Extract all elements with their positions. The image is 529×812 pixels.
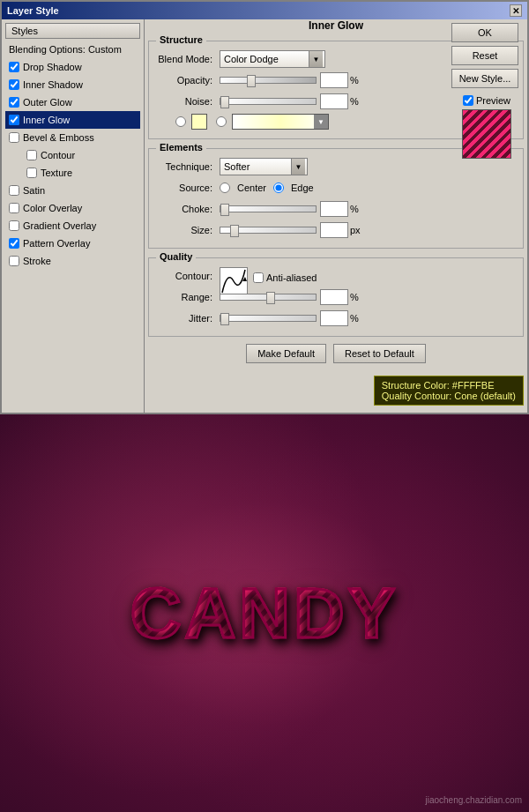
dialog-title: Layer Style xyxy=(7,5,59,16)
bevel-emboss-checkbox[interactable] xyxy=(9,132,19,143)
canvas-area: CANDY jiaocheng.chazidian.com xyxy=(0,414,529,812)
size-label: Size: xyxy=(158,225,220,235)
elements-section: Elements Technique: Softer ▼ Source: Cen… xyxy=(148,148,524,249)
outer-glow-checkbox[interactable] xyxy=(9,97,19,108)
bottom-buttons: Make Default Reset to Default xyxy=(148,344,524,363)
candy-text-wrapper: CANDY xyxy=(130,573,399,654)
size-input[interactable]: 7 xyxy=(320,222,348,238)
layer-item-gradient-overlay[interactable]: Gradient Overlay xyxy=(5,217,140,235)
noise-slider-thumb[interactable] xyxy=(220,96,229,108)
gradient-radio[interactable] xyxy=(216,116,227,127)
anti-aliased-checkbox[interactable] xyxy=(253,272,264,283)
preview-checkbox-row: Preview xyxy=(463,95,510,106)
opacity-slider-thumb[interactable] xyxy=(247,75,256,87)
layer-item-inner-shadow[interactable]: Inner Shadow xyxy=(5,76,140,93)
noise-slider-track[interactable] xyxy=(220,98,317,105)
gradient-overlay-checkbox[interactable] xyxy=(9,220,19,231)
jitter-input[interactable]: 0 xyxy=(320,310,348,326)
source-label: Source: xyxy=(158,183,220,193)
jitter-row: Jitter: 0 % xyxy=(158,309,514,327)
opacity-unit: % xyxy=(350,75,362,86)
elements-title: Elements xyxy=(156,142,206,153)
contour-thumbnail[interactable] xyxy=(220,267,248,295)
layer-item-outer-glow[interactable]: Outer Glow xyxy=(5,93,140,111)
size-slider-track[interactable] xyxy=(220,227,317,234)
technique-label: Technique: xyxy=(158,161,220,172)
jitter-label: Jitter: xyxy=(158,313,220,324)
gradient-bar[interactable]: ▼ xyxy=(232,114,329,130)
action-buttons: OK Reset New Style... Preview xyxy=(451,23,522,159)
technique-dropdown[interactable]: Softer ▼ xyxy=(220,158,308,175)
color-swatch[interactable] xyxy=(191,114,207,130)
watermark: jiaocheng.chazidian.com xyxy=(425,795,522,805)
range-row: Range: 50 % xyxy=(158,288,514,306)
structure-title: Structure xyxy=(156,34,206,45)
gradient-arrow: ▼ xyxy=(314,115,328,129)
range-slider-track[interactable] xyxy=(220,294,317,301)
contour-label: Contour: xyxy=(158,267,220,281)
opacity-input[interactable]: 31 xyxy=(320,72,348,88)
range-label: Range: xyxy=(158,292,220,302)
layer-item-inner-glow[interactable]: Inner Glow xyxy=(5,111,140,129)
layer-item-bevel-emboss[interactable]: Bevel & Emboss xyxy=(5,129,140,146)
layer-item-color-overlay[interactable]: Color Overlay xyxy=(5,199,140,217)
technique-arrow: ▼ xyxy=(291,159,305,175)
stroke-checkbox[interactable] xyxy=(9,256,19,266)
range-slider-thumb[interactable] xyxy=(266,292,275,304)
reset-button[interactable]: Reset xyxy=(451,46,518,65)
noise-label: Noise: xyxy=(158,96,220,107)
dialog-content: Styles Blending Options: Custom Drop Sha… xyxy=(2,19,527,413)
source-center-radio[interactable] xyxy=(220,183,230,193)
layer-item-pattern-overlay[interactable]: Pattern Overlay xyxy=(5,235,140,252)
pattern-overlay-checkbox[interactable] xyxy=(9,238,19,249)
blend-mode-dropdown[interactable]: Color Dodge ▼ xyxy=(220,50,325,68)
jitter-slider-thumb[interactable] xyxy=(220,313,229,325)
contour-row: Contour: Anti-aliased xyxy=(158,267,514,285)
inner-glow-checkbox[interactable] xyxy=(9,115,19,125)
ok-button[interactable]: OK xyxy=(451,23,518,42)
layer-item-contour[interactable]: Contour xyxy=(5,146,140,164)
choke-slider-thumb[interactable] xyxy=(220,204,229,216)
inner-shadow-checkbox[interactable] xyxy=(9,79,19,90)
choke-label: Choke: xyxy=(158,204,220,214)
tooltip-line2: Quality Contour: Cone (default) xyxy=(382,391,516,401)
make-default-button[interactable]: Make Default xyxy=(246,344,326,363)
quality-section: Quality Contour: Anti-aliased xyxy=(148,257,524,337)
satin-checkbox[interactable] xyxy=(9,185,19,196)
close-button[interactable]: ✕ xyxy=(510,4,522,17)
range-input[interactable]: 50 xyxy=(320,289,348,305)
layer-item-satin[interactable]: Satin xyxy=(5,182,140,199)
blending-options-item[interactable]: Blending Options: Custom xyxy=(5,41,140,58)
opacity-label: Opacity: xyxy=(158,75,220,86)
contour-checkbox[interactable] xyxy=(26,150,37,160)
reset-to-default-button[interactable]: Reset to Default xyxy=(333,344,426,363)
choke-unit: % xyxy=(350,204,362,214)
blend-mode-label: Blend Mode: xyxy=(158,54,220,64)
jitter-slider-track[interactable] xyxy=(220,315,317,322)
source-edge-radio[interactable] xyxy=(273,183,284,193)
texture-checkbox[interactable] xyxy=(26,168,37,178)
layer-item-drop-shadow[interactable]: Drop Shadow xyxy=(5,58,140,76)
new-style-button[interactable]: New Style... xyxy=(451,69,518,88)
left-panel: Styles Blending Options: Custom Drop Sha… xyxy=(2,19,145,413)
preview-checkbox[interactable] xyxy=(463,95,473,106)
noise-unit: % xyxy=(350,96,362,107)
tooltip-line1: Structure Color: #FFFFBE xyxy=(382,380,516,391)
choke-slider-track[interactable] xyxy=(220,205,317,212)
size-slider-thumb[interactable] xyxy=(230,225,239,237)
choke-input[interactable]: 0 xyxy=(320,201,348,217)
layer-item-stroke[interactable]: Stroke xyxy=(5,252,140,270)
styles-header[interactable]: Styles xyxy=(5,23,140,39)
noise-input[interactable]: 0 xyxy=(320,93,348,109)
preview-area: Preview xyxy=(451,95,522,159)
layer-item-texture[interactable]: Texture xyxy=(5,164,140,182)
title-bar: Layer Style ✕ xyxy=(2,2,527,19)
quality-title: Quality xyxy=(156,251,196,262)
solid-color-radio[interactable] xyxy=(175,116,186,127)
preview-label: Preview xyxy=(476,95,510,106)
size-row: Size: 7 px xyxy=(158,221,514,239)
color-overlay-checkbox[interactable] xyxy=(9,203,19,213)
opacity-slider-track[interactable] xyxy=(220,77,317,84)
drop-shadow-checkbox[interactable] xyxy=(9,62,19,72)
tooltip-box: Structure Color: #FFFFBE Quality Contour… xyxy=(374,376,524,406)
